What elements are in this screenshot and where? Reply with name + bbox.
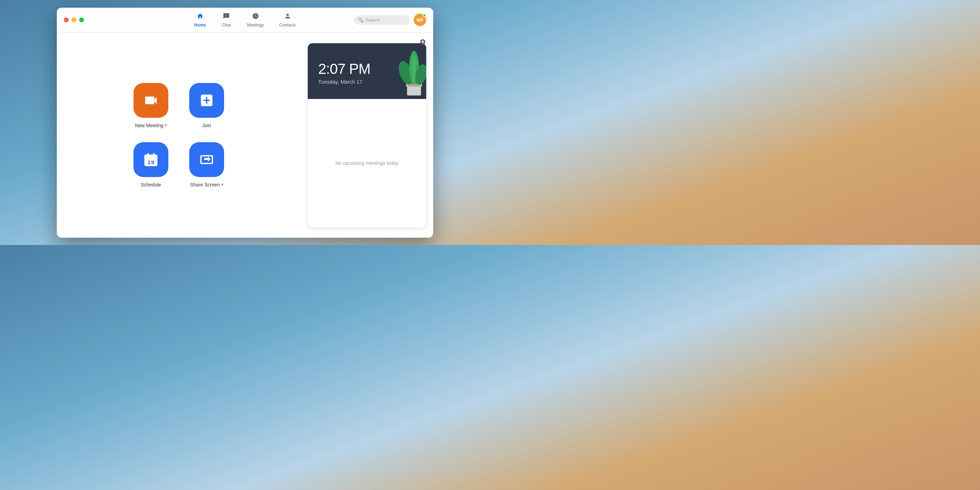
- schedule-header: 2:07 PM Tuesday, March 17: [308, 43, 426, 99]
- avatar-initials: MP: [417, 18, 423, 23]
- left-panel: New Meeting ▾ Join: [57, 33, 301, 238]
- maximize-button[interactable]: [79, 18, 84, 22]
- svg-rect-5: [146, 157, 156, 158]
- schedule-action[interactable]: 19 Schedule: [134, 142, 168, 188]
- settings-button[interactable]: [419, 38, 426, 47]
- plant-decoration: [398, 47, 426, 99]
- tab-contacts[interactable]: Contacts: [272, 10, 302, 30]
- share-screen-label-wrap: Share Screen ▾: [190, 182, 223, 188]
- svg-text:19: 19: [147, 159, 154, 165]
- search-input[interactable]: [366, 18, 405, 23]
- tab-chat[interactable]: Chat: [214, 10, 239, 30]
- join-icon: [189, 83, 224, 118]
- chat-icon: [223, 13, 230, 21]
- avatar-online-badge: [423, 14, 426, 17]
- right-panel: 2:07 PM Tuesday, March 17: [301, 33, 433, 238]
- window-controls: [64, 18, 84, 22]
- app-window: Home Chat Meetings: [57, 8, 433, 238]
- titlebar: Home Chat Meetings: [57, 8, 433, 33]
- svg-rect-3: [153, 153, 154, 156]
- share-screen-action[interactable]: Share Screen ▾: [189, 142, 224, 188]
- tab-home-label: Home: [194, 23, 205, 27]
- share-screen-chevron: ▾: [221, 182, 223, 187]
- join-action[interactable]: Join: [189, 83, 224, 128]
- svg-rect-2: [147, 153, 149, 156]
- new-meeting-label: New Meeting: [135, 123, 164, 128]
- svg-rect-1: [144, 154, 158, 159]
- action-grid: New Meeting ▾ Join: [134, 83, 224, 188]
- minimize-button[interactable]: [72, 18, 76, 22]
- home-icon: [197, 13, 204, 21]
- tab-meetings-label: Meetings: [247, 23, 264, 27]
- search-icon: 🔍: [358, 18, 363, 23]
- new-meeting-action[interactable]: New Meeting ▾: [134, 83, 168, 128]
- join-label-wrap: Join: [202, 123, 211, 128]
- svg-point-12: [412, 56, 416, 83]
- search-bar[interactable]: 🔍: [354, 15, 409, 25]
- schedule-card: 2:07 PM Tuesday, March 17: [308, 43, 426, 227]
- share-screen-icon: [189, 142, 224, 177]
- join-label: Join: [202, 123, 211, 128]
- tab-meetings[interactable]: Meetings: [240, 10, 271, 30]
- close-button[interactable]: [64, 18, 68, 22]
- meetings-icon: [252, 13, 259, 21]
- new-meeting-chevron: ▾: [165, 123, 167, 127]
- main-content: New Meeting ▾ Join: [57, 33, 433, 238]
- new-meeting-label-wrap: New Meeting ▾: [135, 123, 167, 128]
- tab-chat-label: Chat: [222, 23, 231, 27]
- share-screen-label: Share Screen: [190, 182, 220, 188]
- new-meeting-icon: [134, 83, 168, 118]
- tab-contacts-label: Contacts: [279, 23, 296, 27]
- contacts-icon: [284, 13, 291, 21]
- schedule-body: No upcoming meetings today: [308, 99, 426, 227]
- schedule-label-wrap: Schedule: [141, 182, 161, 188]
- tab-home[interactable]: Home: [187, 10, 213, 30]
- titlebar-right: 🔍 MP: [354, 14, 426, 26]
- avatar[interactable]: MP: [414, 14, 426, 26]
- schedule-label: Schedule: [141, 182, 161, 188]
- schedule-icon: 19: [134, 142, 168, 177]
- no-meetings-text: No upcoming meetings today: [335, 160, 398, 166]
- nav-tabs: Home Chat Meetings: [187, 10, 302, 30]
